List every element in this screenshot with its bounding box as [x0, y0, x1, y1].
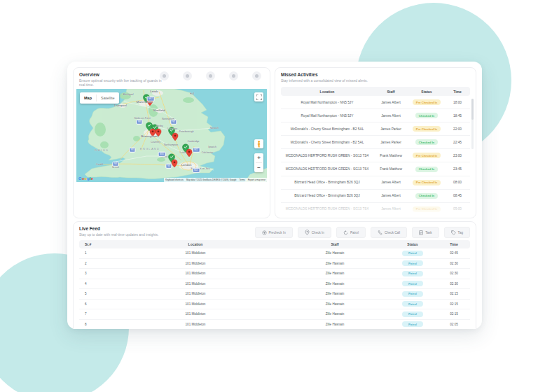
motorway-shield: M62: [147, 97, 155, 102]
status-badge: Patrol: [402, 291, 423, 297]
cell-location: MCDONALDS HERTFORD RUSH GREEN - SG13 7S4: [281, 154, 373, 158]
col-location: Location: [109, 242, 282, 246]
live-feed-panel: Live Feed Stay up to date with real-time…: [73, 221, 476, 329]
table-row[interactable]: 7 101 Middleton Zille Hasnain Patrol 02:…: [79, 309, 470, 320]
zoom-in-button[interactable]: +: [254, 153, 263, 162]
fullscreen-button[interactable]: [254, 92, 263, 102]
report-map-error-link[interactable]: Report a map error: [248, 178, 265, 181]
missed-activities-panel: Missed Activities Stay informed with a c…: [275, 67, 476, 218]
cell-staff: Frank Matthew: [373, 167, 408, 171]
map-city-label: Ipswich: [208, 146, 216, 148]
table-row[interactable]: McDonald's - Cherry Street Birmingham - …: [281, 136, 470, 149]
circle-icon-5[interactable]: [252, 71, 261, 80]
tag-button[interactable]: Tag: [444, 227, 470, 238]
cell-time: 02:30: [438, 262, 470, 265]
table-row[interactable]: 3 101 Middleton Zille Hasnain Patrol 02:…: [79, 269, 470, 279]
col-time: Time: [438, 242, 470, 246]
map-type-toggle[interactable]: Map Satellite: [80, 92, 119, 104]
cell-location: 101 Middleton: [109, 262, 282, 265]
table-row[interactable]: 8 101 Middleton Zille Hasnain Patrol 02:…: [79, 320, 470, 330]
cell-time: 22:45: [445, 141, 470, 144]
cell-time: 08:00: [445, 181, 470, 184]
table-row[interactable]: MCDONALDS HERTFORD RUSH GREEN - SG13 7S4…: [281, 149, 470, 162]
status-badge: Patrol: [402, 251, 423, 256]
map-type-satellite[interactable]: Satellite: [97, 96, 119, 100]
map-region-label: WALES: [95, 148, 109, 152]
cell-staff: Zille Hasnain: [282, 323, 387, 326]
table-row[interactable]: 4 101 Middleton Zille Hasnain Patrol 02:…: [79, 279, 470, 290]
table-row[interactable]: McDonald's - Cherry Street Birmingham - …: [281, 122, 470, 136]
map-city-label: Luton: [180, 151, 186, 154]
cell-staff: Zille Hasnain: [282, 262, 387, 265]
table-row[interactable]: 2 101 Middleton Zille Hasnain Patrol 02:…: [79, 259, 470, 270]
cell-location: 101 Middleton: [109, 282, 282, 286]
status-badge: Patrol: [402, 301, 423, 307]
overview-toolbar: [160, 71, 261, 80]
task-button[interactable]: Task: [412, 227, 439, 238]
cell-location: 101 Middleton: [109, 292, 282, 295]
map-city-label: Coventry: [151, 141, 160, 144]
cell-location: Blizzard Head Office - Birmingham B26 3Q…: [281, 181, 373, 184]
status-badge: Checked In: [415, 167, 438, 172]
status-badge: Checked In: [415, 139, 438, 145]
precheck-in-button[interactable]: Precheck In: [255, 227, 293, 238]
map-city-label: Blackpool: [123, 93, 133, 96]
map-city-label: Cambridge: [187, 140, 199, 143]
circle-icon-1[interactable]: [160, 71, 169, 80]
cell-time: 02:05: [438, 323, 470, 326]
check-call-icon: [378, 230, 382, 235]
overview-panel: Overview Ensure optimal security with li…: [73, 67, 270, 218]
cell-location: 101 Middleton: [109, 251, 282, 255]
cell-location: Royal Mail Northampton - NN5 5JY: [281, 114, 373, 118]
google-logo[interactable]: Google: [78, 176, 93, 181]
pegman-button[interactable]: [254, 139, 263, 148]
zoom-out-button[interactable]: −: [254, 163, 263, 172]
table-row[interactable]: 6 101 Middleton Zille Hasnain Patrol 02:…: [79, 300, 470, 310]
cell-location: 101 Middleton: [109, 323, 282, 326]
pegman-icon: [256, 141, 261, 148]
circle-icon-4[interactable]: [229, 71, 238, 80]
table-row[interactable]: Blizzard Head Office - Birmingham B26 3Q…: [281, 190, 470, 203]
patrol-button[interactable]: Patrol: [336, 227, 366, 238]
circle-icon-3[interactable]: [206, 71, 215, 80]
map[interactable]: Leeds Blackpool Hull Manchester Liverpoo…: [76, 89, 267, 182]
table-row[interactable]: Royal Mail Northampton - NN5 5JY James A…: [281, 96, 470, 109]
check-call-button[interactable]: Check Call: [371, 227, 407, 238]
precheck-in-icon: [262, 230, 267, 235]
cell-sr: 2: [79, 262, 109, 265]
cell-staff: Zille Hasnain: [282, 282, 387, 286]
cell-time: 02:15: [438, 302, 470, 306]
table-row[interactable]: Blizzard Head Office - Birmingham B26 3Q…: [281, 176, 470, 190]
circle-icon-2[interactable]: [183, 71, 192, 80]
motorway-shield: M6: [136, 120, 142, 125]
map-city-label: Hull: [190, 92, 194, 95]
cell-staff: Zille Hasnain: [282, 272, 387, 275]
livefeed-table-header: Sr.# Location Staff Status Time: [79, 240, 470, 248]
status-badge: Patrol: [402, 321, 423, 327]
scrollbar[interactable]: [471, 99, 474, 149]
table-row[interactable]: 1 101 Middleton Zille Hasnain Patrol 02:…: [79, 248, 470, 259]
motorway-shield: M25: [193, 168, 200, 173]
cell-time: 18:45: [445, 114, 470, 118]
terms-link[interactable]: Terms: [239, 178, 244, 181]
cell-location: 101 Middleton: [109, 312, 282, 316]
cell-location: McDonald's - Cherry Street Birmingham - …: [281, 127, 373, 131]
table-row[interactable]: Royal Mail Northampton - NN5 5JY James A…: [281, 109, 470, 122]
cell-time: 02:15: [438, 312, 470, 316]
cell-time: 02:15: [438, 292, 470, 295]
col-staff: Staff: [373, 90, 408, 94]
keyboard-shortcuts-link[interactable]: Keyboard shortcuts: [165, 178, 184, 181]
table-row[interactable]: MCDONALDS HERTFORD RUSH GREEN - SG13 7S4…: [281, 162, 470, 176]
zoom-control[interactable]: + −: [254, 153, 263, 172]
check-in-button[interactable]: Check In: [298, 227, 331, 238]
map-city-label: Sheffield: [153, 108, 165, 112]
missed-title: Missed Activities: [281, 72, 470, 78]
table-row[interactable]: 5 101 Middleton Zille Hasnain Patrol 02:…: [79, 289, 470, 300]
map-type-map[interactable]: Map: [80, 96, 96, 100]
cell-time: 23:45: [445, 167, 470, 171]
map-city-label: Norwich: [210, 127, 219, 130]
cell-time: 22:00: [445, 127, 470, 131]
map-city-label: Liverpool: [114, 104, 127, 107]
map-city-label: Leeds: [150, 90, 158, 93]
map-city-label: Leicester: [167, 127, 177, 130]
